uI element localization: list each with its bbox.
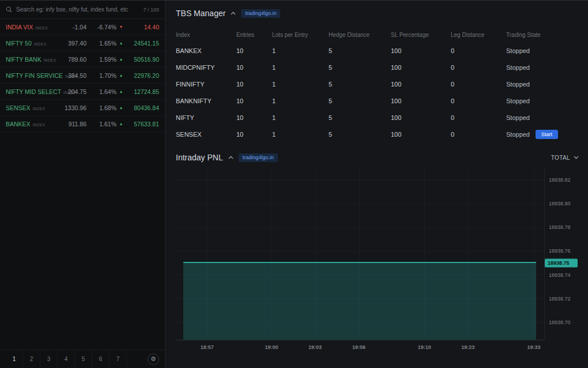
trading-state-label: Stopped <box>506 47 530 54</box>
instrument-cell: NIFTY BANKINDEX <box>6 56 56 63</box>
h-gridline <box>176 251 544 251</box>
axis-corner <box>544 340 582 353</box>
cell-lots_per_entry: 1 <box>272 64 329 71</box>
x-axis-label: 19:06 <box>352 344 365 350</box>
watchlist: INDIA VIXINDEX-1.04-6.74%▾14.40NIFTY 50I… <box>0 19 165 350</box>
cell-entries: 10 <box>236 97 272 104</box>
cell-sl_percentage: 100 <box>391 131 451 138</box>
page-button-3[interactable]: 3 <box>40 350 58 368</box>
pnl-series-selector[interactable]: TOTAL <box>551 155 579 161</box>
cell-sl_percentage: 100 <box>391 81 451 88</box>
pnl-x-axis[interactable]: 18:5719:0019:0319:0619:1019:2319:33 <box>176 340 544 353</box>
pnl-header: Intraday PNL trading4lgo.in TOTAL <box>176 153 582 162</box>
pnl-brand-badge[interactable]: trading4lgo.in <box>239 153 278 162</box>
symbol-name: NIFTY BANK <box>6 56 42 63</box>
column-header: Leg Distance <box>451 32 506 38</box>
cell-index: FINNIFTY <box>176 81 236 88</box>
cell-trading-state: Stopped <box>506 47 582 54</box>
change-value: 789.60 <box>59 56 86 63</box>
tbs-header: TBS Manager trading4lgo.in <box>176 9 582 18</box>
watchlist-item[interactable]: INDIA VIXINDEX-1.04-6.74%▾14.40 <box>0 19 165 35</box>
change-percent: 1.65% <box>91 40 116 47</box>
page-button-4[interactable]: 4 <box>58 350 75 368</box>
cell-entries: 10 <box>236 47 272 54</box>
last-traded-price: 80436.84 <box>126 104 159 111</box>
cell-lots_per_entry: 1 <box>272 47 329 54</box>
page-button-6[interactable]: 6 <box>92 350 110 368</box>
arrow-up-icon: ▴ <box>116 57 126 62</box>
cell-trading-state: Stopped <box>506 81 582 88</box>
pnl-title: Intraday PNL <box>176 153 223 162</box>
instrument-cell: NIFTY 50INDEX <box>6 40 47 47</box>
page-button-7[interactable]: 7 <box>110 350 127 368</box>
quote-cell: 204.751.64%▴12724.85 <box>59 88 159 95</box>
tbs-manager-section: TBS Manager trading4lgo.in IndexEntriesL… <box>176 9 582 142</box>
watchlist-item[interactable]: SENSEXINDEX1330.961.68%▴80436.84 <box>0 100 165 116</box>
chevron-up-icon[interactable] <box>228 156 233 159</box>
watchlist-item[interactable]: NIFTY 50INDEX397.401.65%▴24541.15 <box>0 35 165 51</box>
cell-sl_percentage: 100 <box>391 97 451 104</box>
instrument-cell: NIFTY MID SELECTINDEX <box>6 88 59 95</box>
pnl-plot[interactable] <box>176 168 544 340</box>
search-input[interactable] <box>16 6 139 13</box>
symbol-name: NIFTY 50 <box>6 40 32 47</box>
settings-gear-icon[interactable]: ⚙ <box>148 354 159 365</box>
instrument-type-label: INDEX <box>33 123 46 127</box>
page-button-1[interactable]: 1 <box>6 350 23 368</box>
symbol-name: SENSEX <box>6 104 31 111</box>
column-header: Hedge Distance <box>329 32 391 38</box>
watchlist-item[interactable]: NIFTY FIN SERVICEINDEX384.501.70%▴22976.… <box>0 67 165 84</box>
x-axis-label: 19:10 <box>418 344 431 350</box>
x-axis-label: 19:03 <box>308 344 322 350</box>
chevron-up-icon[interactable] <box>231 12 236 15</box>
last-traded-price: 14.40 <box>126 24 159 31</box>
cell-lots_per_entry: 1 <box>272 114 329 121</box>
cell-leg_distance: 0 <box>451 47 506 54</box>
trading-state-label: Stopped <box>506 131 530 138</box>
watchlist-item[interactable]: NIFTY MID SELECTINDEX204.751.64%▴12724.8… <box>0 84 165 100</box>
arrow-up-icon: ▴ <box>116 89 126 94</box>
y-axis-label: 18938.76 <box>549 248 571 254</box>
x-axis-label: 19:00 <box>265 344 278 350</box>
cell-entries: 10 <box>236 131 272 138</box>
quote-cell: 789.601.59%▴50516.90 <box>59 56 159 63</box>
arrow-down-icon: ▾ <box>116 25 126 29</box>
quote-cell: 384.501.70%▴22976.20 <box>59 72 159 79</box>
cell-index: BANKEX <box>176 47 236 54</box>
x-axis-label: 18:57 <box>201 344 214 350</box>
intraday-pnl-section: Intraday PNL trading4lgo.in TOTAL 18938.… <box>176 153 582 353</box>
tbs-table-body: BANKEX10151000StoppedMIDCPNIFTY10151000S… <box>176 42 582 142</box>
start-button[interactable]: Start <box>536 130 558 139</box>
cell-hedge_distance: 5 <box>329 114 391 121</box>
table-row: SENSEX10151000StoppedStart <box>176 126 582 142</box>
cell-leg_distance: 0 <box>451 97 506 104</box>
change-percent: 1.68% <box>91 104 116 111</box>
cell-sl_percentage: 100 <box>391 64 451 71</box>
table-row: MIDCPNIFTY10151000Stopped <box>176 59 582 76</box>
cell-trading-state: Stopped <box>506 64 582 71</box>
y-axis-label: 18938.72 <box>549 296 571 302</box>
instrument-type-label: INDEX <box>35 26 48 30</box>
tbs-table: IndexEntriesLots per EntryHedge Distance… <box>176 27 582 142</box>
tbs-brand-badge[interactable]: trading4lgo.in <box>241 9 280 18</box>
symbol-name: NIFTY FIN SERVICE <box>6 72 63 79</box>
quote-cell: 397.401.65%▴24541.15 <box>59 40 159 47</box>
page-button-2[interactable]: 2 <box>23 350 40 368</box>
cell-hedge_distance: 5 <box>329 64 391 71</box>
h-gridline <box>176 227 544 228</box>
instrument-cell: INDIA VIXINDEX <box>6 24 48 31</box>
h-gridline <box>176 180 544 181</box>
last-price-tag: 18938.75 <box>545 258 578 267</box>
pnl-chart: 18938.8218938.8018938.7818938.7618938.74… <box>176 168 582 353</box>
symbol-name: INDIA VIX <box>6 24 33 31</box>
instrument-type-label: INDEX <box>34 42 47 46</box>
page-button-5[interactable]: 5 <box>75 350 92 368</box>
change-value: 911.86 <box>59 121 86 127</box>
quote-cell: -1.04-6.74%▾14.40 <box>59 24 159 31</box>
watchlist-item[interactable]: BANKEXINDEX911.861.61%▴57633.81 <box>0 116 165 132</box>
last-traded-price: 57633.81 <box>126 121 159 127</box>
watchlist-item[interactable]: NIFTY BANKINDEX789.601.59%▴50516.90 <box>0 51 165 67</box>
last-traded-price: 50516.90 <box>126 56 159 63</box>
pnl-y-axis[interactable]: 18938.8218938.8018938.7818938.7618938.74… <box>544 168 582 340</box>
change-value: 384.50 <box>59 72 86 79</box>
